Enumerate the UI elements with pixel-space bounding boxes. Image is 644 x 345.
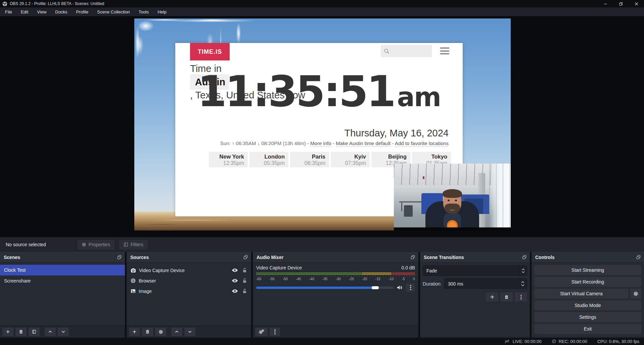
- volume-slider[interactable]: [256, 287, 394, 289]
- scene-list: Clock Test Screenshare: [0, 263, 125, 286]
- add-scene-button[interactable]: [2, 328, 13, 336]
- hamburger-menu-icon: [440, 47, 449, 54]
- popout-icon[interactable]: [410, 255, 415, 260]
- transitions-header: Scene Transitions: [420, 252, 530, 263]
- menu-tools[interactable]: Tools: [134, 7, 153, 16]
- close-button[interactable]: [629, 0, 644, 7]
- chevron-up-icon: [175, 330, 179, 334]
- start-streaming-button[interactable]: Start Streaming: [534, 265, 641, 275]
- source-row-video-capture[interactable]: Video Capture Device: [127, 265, 251, 275]
- advanced-audio-button[interactable]: [255, 328, 268, 336]
- source-properties-button[interactable]: [155, 328, 166, 336]
- gear-icon: [158, 330, 163, 334]
- remove-source-button[interactable]: [142, 328, 153, 336]
- popout-icon[interactable]: [117, 255, 122, 260]
- live-status: LIVE: 00:00:00: [504, 339, 542, 344]
- preview-canvas[interactable]: TIME.IS Time in Austin, Texas, United St…: [134, 18, 511, 230]
- scene-filters-button[interactable]: [29, 328, 40, 336]
- obs-window: OBS 29.1.2 - Profile: LLHLS BETA - Scene…: [0, 0, 644, 345]
- properties-button[interactable]: Properties: [77, 240, 114, 250]
- meter-scale-labels: -60-55-50-45-40-35-30-25-20-15-10-50: [256, 277, 415, 281]
- settings-button[interactable]: Settings: [534, 312, 641, 322]
- menu-profile[interactable]: Profile: [72, 7, 93, 16]
- more-info-link: More info: [310, 140, 331, 147]
- remove-scene-button[interactable]: [15, 328, 27, 336]
- scene-transitions-panel: Scene Transitions Fade Duration 300 ms: [420, 252, 530, 338]
- webcam-window: [489, 164, 511, 230]
- menu-file[interactable]: File: [1, 7, 16, 16]
- source-row-browser[interactable]: Browser: [127, 275, 251, 286]
- source-list: Video Capture Device Browser: [127, 263, 251, 296]
- speaker-icon: [397, 285, 403, 290]
- visibility-toggle[interactable]: [232, 268, 238, 272]
- scenes-toolbar: [0, 326, 125, 338]
- transition-options-button[interactable]: [515, 292, 527, 302]
- move-scene-down-button[interactable]: [58, 328, 69, 336]
- start-recording-button[interactable]: Start Recording: [534, 277, 641, 287]
- eye-icon: [232, 278, 238, 283]
- globe-icon: [131, 278, 136, 283]
- mixer-channel-name: Video Capture Device: [256, 265, 302, 270]
- popout-icon[interactable]: [636, 255, 641, 260]
- timeis-clock: 11:35:51am: [175, 71, 463, 113]
- menu-view[interactable]: View: [33, 7, 51, 16]
- menu-help[interactable]: Help: [153, 7, 171, 16]
- timeis-logo: TIME.IS: [190, 43, 230, 60]
- move-source-down-button[interactable]: [184, 328, 195, 336]
- lock-toggle[interactable]: [242, 289, 247, 294]
- image-icon: [131, 289, 136, 293]
- volume-slider-handle[interactable]: [372, 286, 379, 289]
- scenes-panel-header: Scenes: [0, 252, 125, 263]
- start-virtual-camera-button[interactable]: Start Virtual Camera: [534, 289, 629, 299]
- dock-area: Scenes Clock Test Screenshare Sources: [0, 252, 644, 338]
- gear-icon: [82, 242, 86, 247]
- trash-icon: [504, 295, 509, 299]
- add-source-button[interactable]: [129, 328, 140, 336]
- spin-up-icon: [521, 281, 524, 283]
- audio-mixer-panel: Audio Mixer Video Capture Device 0.0 dB …: [253, 252, 418, 338]
- kebab-menu-icon: [520, 295, 522, 300]
- title-bar: OBS 29.1.2 - Profile: LLHLS BETA - Scene…: [0, 0, 644, 7]
- popout-icon[interactable]: [522, 255, 527, 260]
- studio-mode-button[interactable]: Studio Mode: [534, 300, 641, 310]
- record-off-icon: [552, 339, 556, 344]
- minimize-button[interactable]: [598, 0, 613, 7]
- scene-row-clock-test[interactable]: Clock Test: [0, 265, 125, 275]
- channel-options-button[interactable]: [406, 283, 415, 292]
- audio-mixer-header: Audio Mixer: [253, 252, 418, 263]
- transition-duration-input[interactable]: 300 ms: [444, 278, 527, 289]
- mixer-level-value: 0.0 dB: [402, 265, 415, 270]
- source-status-text: No source selected: [6, 242, 46, 247]
- lock-toggle[interactable]: [242, 278, 247, 283]
- popout-icon[interactable]: [243, 255, 248, 260]
- sources-toolbar: [127, 326, 251, 338]
- visibility-toggle[interactable]: [232, 278, 238, 283]
- filter-icon: [124, 242, 128, 247]
- virtual-camera-settings-button[interactable]: [630, 289, 641, 299]
- mute-toggle[interactable]: [397, 285, 403, 290]
- spin-down-icon: [521, 284, 524, 286]
- unlock-icon: [242, 278, 247, 283]
- exit-button[interactable]: Exit: [534, 324, 641, 334]
- mixer-options-button[interactable]: [270, 328, 280, 336]
- lock-toggle[interactable]: [242, 268, 247, 273]
- add-transition-button[interactable]: [486, 292, 498, 302]
- remove-transition-button[interactable]: [500, 292, 513, 302]
- menu-docks[interactable]: Docks: [51, 7, 72, 16]
- move-source-up-button[interactable]: [171, 328, 182, 336]
- menu-edit[interactable]: Edit: [16, 7, 33, 16]
- menu-scene-collection[interactable]: Scene Collection: [93, 7, 134, 16]
- mixer-channel: Video Capture Device 0.0 dB -60-55-50-45…: [253, 263, 418, 292]
- visibility-toggle[interactable]: [232, 289, 238, 293]
- move-scene-up-button[interactable]: [45, 328, 56, 336]
- dropdown-arrows[interactable]: [519, 266, 527, 275]
- scene-row-screenshare[interactable]: Screenshare: [0, 275, 125, 286]
- maximize-button[interactable]: [613, 0, 629, 7]
- chevron-up-icon: [48, 330, 52, 334]
- city-card-paris: Paris06:35pm: [290, 152, 329, 167]
- filters-button[interactable]: Filters: [119, 240, 148, 250]
- source-row-image[interactable]: Image: [127, 286, 251, 296]
- transition-select[interactable]: Fade: [423, 265, 527, 276]
- broadcast-off-icon: [504, 339, 510, 344]
- duration-label: Duration: [423, 281, 441, 287]
